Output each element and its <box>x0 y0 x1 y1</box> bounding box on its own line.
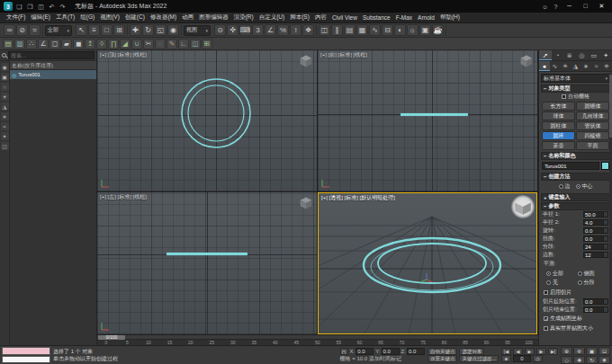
menu-item[interactable]: 创建(C) <box>122 13 148 22</box>
viewport-label[interactable]: [+] [顶] [标准] [线框] <box>100 51 147 59</box>
key-filters-button[interactable]: 关键点过滤器... <box>459 355 499 362</box>
mirror-icon[interactable]: ◫ <box>319 24 330 36</box>
menu-item[interactable]: 脚本(S) <box>287 13 312 22</box>
checkbox-icon[interactable] <box>544 316 548 321</box>
unlink-selection-icon[interactable]: ⊘ <box>16 24 28 36</box>
menu-item[interactable]: 渲染(R) <box>231 13 256 22</box>
use-pivot-center-icon[interactable]: ⊙ <box>214 24 226 36</box>
rollout-object-type[interactable]: − 对象类型 <box>541 84 610 93</box>
tab-modify[interactable]: ◔ <box>552 50 564 60</box>
z-coordinate-field[interactable]: Z: 0.0 <box>401 348 425 355</box>
subtab-helpers[interactable]: ∗ <box>580 61 591 71</box>
subtab-systems[interactable]: ✳ <box>601 61 612 71</box>
next-frame-icon[interactable]: ▶ <box>536 348 546 355</box>
render-production-icon[interactable]: ☕ <box>432 24 444 36</box>
time-configuration-icon[interactable]: ◷ <box>533 355 543 362</box>
object-color-swatch[interactable] <box>601 162 609 170</box>
menu-item[interactable]: 自定义(U) <box>256 13 288 22</box>
selection-filter-dropdown[interactable]: 全部 <box>45 25 72 36</box>
y-coordinate-field[interactable]: Y: 0.0 <box>375 348 399 355</box>
viewcube-icon[interactable] <box>299 54 313 68</box>
select-and-scale-icon[interactable]: ◱ <box>155 24 166 36</box>
selected-objects-dropdown[interactable]: 选定对象 <box>459 348 484 355</box>
spinner-field[interactable]: 0.0 <box>583 298 608 305</box>
percent-snap-icon[interactable]: % <box>277 24 289 36</box>
spinner-field[interactable]: 0.0 <box>583 227 608 234</box>
geosphere-button[interactable]: 几何球体 <box>576 111 609 120</box>
previous-frame-icon[interactable]: ◀ <box>513 348 523 355</box>
menu-item[interactable]: Arnold <box>415 14 437 21</box>
category-dropdown[interactable]: 标准基本体 <box>541 74 610 83</box>
viewport-label[interactable]: [+] [前] [标准] [线框] <box>320 51 367 59</box>
material-editor-icon[interactable]: ◐ <box>394 24 406 36</box>
ribbon-subdivide-icon[interactable]: ⊞ <box>202 39 212 49</box>
pan-icon[interactable]: ✚ <box>573 356 585 364</box>
display-all-icon[interactable]: ◉ <box>1 63 9 71</box>
rollout-parameters[interactable]: − 参数 <box>541 202 610 210</box>
save-file-icon[interactable]: ◫ <box>37 3 45 11</box>
axis-value[interactable]: 0.0 <box>382 348 400 355</box>
selection-lock-icon[interactable]: ⊓ <box>340 348 348 355</box>
auto-key-button[interactable]: 自动关键点 <box>428 348 458 355</box>
spinner-field[interactable]: 12 <box>583 252 608 258</box>
ribbon-toggle-icon[interactable]: ▦ <box>356 24 368 36</box>
tab-create[interactable]: ↗ <box>539 50 552 60</box>
ribbon-symmetry-icon[interactable]: ◫ <box>190 39 201 49</box>
track-bar-ruler[interactable]: 0510152025303540455055606570758085909510… <box>97 340 538 345</box>
named-selection-sets-icon[interactable]: ❖ <box>302 24 314 36</box>
viewcube-icon[interactable] <box>513 197 533 217</box>
select-object-icon[interactable]: ↖ <box>76 24 87 36</box>
edge-radio[interactable]: 边 <box>559 182 571 191</box>
ribbon-vertex-mode-icon[interactable]: ∴ <box>26 39 37 49</box>
go-to-start-icon[interactable]: |◀ <box>501 348 511 355</box>
plane-button[interactable]: 平面 <box>576 141 609 150</box>
viewport-label[interactable]: [+] [左] [标准] [线框] <box>100 193 147 201</box>
ribbon-edit-poly-icon[interactable]: ▥ <box>14 39 25 49</box>
tab-hierarchy[interactable]: ≣ <box>563 50 576 60</box>
max-logo[interactable]: 3 <box>4 2 13 11</box>
user-account-icon[interactable]: ☺ <box>541 3 549 11</box>
ribbon-bevel-icon[interactable]: ◊ <box>96 39 107 49</box>
add-time-tag-button[interactable]: 添加时间标记 <box>369 355 401 363</box>
viewport-left[interactable]: [+] [左] [标准] [线框] <box>97 192 317 334</box>
redo-icon[interactable]: ↷ <box>58 3 67 11</box>
sphere-button[interactable]: 球体 <box>542 111 575 120</box>
ribbon-polygon-mode-icon[interactable]: ▰ <box>61 39 72 49</box>
object-name-input[interactable] <box>542 162 599 170</box>
tube-button[interactable]: 管状体 <box>576 121 609 130</box>
keyboard-override-icon[interactable]: ⌨ <box>239 24 251 36</box>
align-icon[interactable]: ∥ <box>331 24 343 36</box>
tab-utilities[interactable]: ✦ <box>600 50 612 60</box>
smooth-all-radio[interactable]: 全部 <box>546 270 574 278</box>
tab-motion[interactable]: ◎ <box>576 50 589 60</box>
ribbon-element-mode-icon[interactable]: ◼ <box>73 39 84 49</box>
rollout-creation-method[interactable]: − 创建方法 <box>541 173 610 181</box>
angle-snap-icon[interactable]: ∠ <box>265 24 276 36</box>
menu-item[interactable]: 编辑(E) <box>28 13 53 22</box>
viewport-top[interactable]: [+] [顶] [标准] [线框] <box>97 50 317 191</box>
subtab-space-warps[interactable]: ≈ <box>591 61 602 71</box>
menu-item[interactable]: 内容 <box>312 13 329 22</box>
viewport-label[interactable]: [+] [透视] [标准] [默认明暗处理] <box>321 194 395 202</box>
center-radio[interactable]: 中心 <box>576 182 593 191</box>
minimize-button[interactable]: ─ <box>562 0 576 13</box>
render-setup-icon[interactable]: ☼ <box>407 24 418 36</box>
display-shapes-icon[interactable]: ○ <box>1 83 9 91</box>
display-helpers-icon[interactable]: ∗ <box>1 112 9 120</box>
new-file-icon[interactable]: ❏ <box>15 3 23 11</box>
rollout-keyboard-entry[interactable]: + 键盘输入 <box>541 193 610 201</box>
window-crossing-icon[interactable]: ⊞ <box>113 24 125 36</box>
ribbon-chamfer-icon[interactable]: ◢ <box>120 39 130 49</box>
undo-icon[interactable]: ↶ <box>48 3 56 11</box>
subtab-shapes[interactable]: ∿ <box>550 61 561 71</box>
key-mode-toggle-icon[interactable]: ◈ <box>501 355 511 362</box>
menu-item[interactable]: Substance <box>360 14 393 21</box>
help-icon[interactable]: ? <box>552 3 560 11</box>
torus-shaded-perspective[interactable] <box>319 193 537 334</box>
ribbon-paint-deform-icon[interactable]: ✎ <box>166 39 177 49</box>
display-containers-icon[interactable]: ◫ <box>1 142 9 150</box>
torus-button[interactable]: 圆环 <box>542 131 575 140</box>
open-file-icon[interactable]: ❐ <box>26 3 34 11</box>
reference-coordinate-dropdown[interactable]: 视图 <box>184 25 211 36</box>
orbit-icon[interactable]: ↻ <box>586 356 598 364</box>
